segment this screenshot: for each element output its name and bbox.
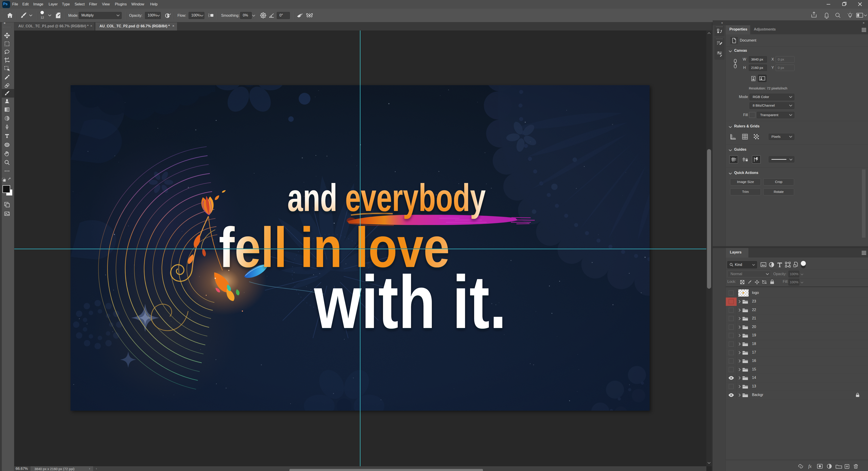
svg-text:with it.: with it. <box>313 260 506 344</box>
svg-text:and everybody: and everybody <box>287 176 486 219</box>
svg-text:fx: fx <box>808 464 812 469</box>
